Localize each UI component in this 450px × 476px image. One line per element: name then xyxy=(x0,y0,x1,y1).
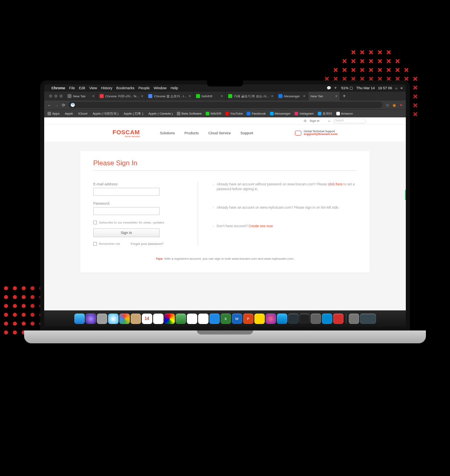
dock-word-icon[interactable]: W xyxy=(232,314,242,324)
bookmark-item[interactable]: Apple ( Canada ) xyxy=(147,112,172,115)
dock-app-icon-3[interactable] xyxy=(333,314,344,324)
remember-checkbox[interactable] xyxy=(93,242,97,246)
bookmark-item[interactable]: Apple xyxy=(63,112,73,115)
chat-icon[interactable]: 💬 xyxy=(327,86,331,90)
tab-2[interactable]: Chrome 웹 스토어 - I…× xyxy=(146,92,194,101)
search-icon: ⌕ xyxy=(328,119,330,123)
nav-solutions[interactable]: Solutions xyxy=(160,131,175,135)
dock-messages-icon[interactable] xyxy=(176,314,186,324)
dock-safari-icon[interactable] xyxy=(108,314,119,324)
bookmark-item[interactable]: Facebook xyxy=(247,112,266,115)
window-controls[interactable] xyxy=(47,92,65,101)
dock-app-icon[interactable] xyxy=(299,314,310,324)
star-icon[interactable]: ☆ xyxy=(386,103,389,107)
tab-1[interactable]: Chrome 커뮤니티 - 'N…× xyxy=(97,92,146,101)
dock-keynote-icon[interactable] xyxy=(209,314,220,324)
address-bar[interactable] xyxy=(68,102,382,108)
dock-minimized-window[interactable] xyxy=(360,314,376,324)
spotlight-icon[interactable]: ⌕ xyxy=(395,86,397,90)
dock-preview-icon[interactable] xyxy=(187,314,197,324)
nav-support[interactable]: Support xyxy=(241,131,254,135)
email-field[interactable] xyxy=(93,188,160,196)
close-icon[interactable]: × xyxy=(303,94,305,98)
dock-numbers-icon[interactable] xyxy=(198,314,209,324)
dock-siri-icon[interactable] xyxy=(86,314,96,324)
bookmark-item[interactable]: Apple ( 대한민국 ) xyxy=(91,111,118,116)
site-top-bar: ◎ Sign in ⌕ Search xyxy=(44,117,406,125)
bookmark-item[interactable]: Messenger xyxy=(270,112,291,115)
email-label: E-mail address: xyxy=(93,182,186,186)
dock-calendar-icon[interactable]: 14 xyxy=(142,314,152,324)
menu-bookmarks[interactable]: Bookmarks xyxy=(116,86,134,90)
wifi-icon[interactable]: ᯤ xyxy=(334,86,338,90)
tab-6[interactable]: New Tab× xyxy=(308,92,340,101)
forgot-password-link[interactable]: Forgot your password? xyxy=(131,242,164,246)
dock-chrome-icon[interactable] xyxy=(119,314,130,324)
password-field[interactable] xyxy=(93,207,160,215)
menu-file[interactable]: File xyxy=(69,86,75,90)
dock-kakaotalk-icon[interactable] xyxy=(254,314,265,324)
reload-button[interactable]: ⟳ xyxy=(62,103,65,107)
brand-logo[interactable]: FOSCAM home security xyxy=(112,129,140,137)
dock-launchpad-icon[interactable] xyxy=(97,314,107,324)
menu-window[interactable]: Window xyxy=(153,86,166,90)
dock-trash-icon[interactable] xyxy=(349,314,359,324)
menu-history[interactable]: History xyxy=(101,86,112,90)
new-tab-button[interactable]: + xyxy=(340,92,348,101)
dock-excel-icon[interactable]: X xyxy=(221,314,231,324)
bookmark-item[interactable]: iCloud xyxy=(77,112,88,115)
tab-4[interactable]: 카페 글쓰기,맥 쓰는 사…× xyxy=(226,92,276,101)
bookmark-item[interactable]: Amazon xyxy=(336,112,353,115)
forward-button[interactable]: → xyxy=(55,103,59,107)
support-email-text: support@foscam.com xyxy=(304,133,338,136)
extension-icon[interactable]: ◉ xyxy=(393,103,396,107)
close-icon[interactable]: × xyxy=(335,94,338,98)
bookmark-item[interactable]: Beta Software xyxy=(177,112,202,115)
newsletter-checkbox[interactable] xyxy=(93,221,97,224)
bookmark-item[interactable]: Instagram xyxy=(295,112,314,115)
menu-edit[interactable]: Edit xyxy=(79,86,86,90)
tab-0[interactable]: New Tab× xyxy=(65,92,97,101)
menubar-time: 19 57 06 xyxy=(378,86,392,90)
menu-list-icon[interactable]: ≡ xyxy=(401,86,403,90)
tab-3[interactable]: NAVER× xyxy=(194,92,226,101)
bookmark-item[interactable]: YouTube xyxy=(225,112,243,115)
menu-help[interactable]: Help xyxy=(170,86,178,90)
close-icon[interactable]: × xyxy=(141,94,143,98)
support-contact[interactable]: Global Technical Support support@foscam.… xyxy=(295,130,338,136)
dock-itunes-icon[interactable] xyxy=(266,314,276,324)
close-icon[interactable]: × xyxy=(92,94,94,98)
site-search-input[interactable]: Search xyxy=(333,119,366,123)
back-button[interactable]: ← xyxy=(47,103,51,107)
dock-powerpoint-icon[interactable]: P xyxy=(243,314,254,324)
dock-steam-icon[interactable] xyxy=(288,314,299,324)
bookmark-item[interactable]: 트위터 xyxy=(318,111,332,116)
close-icon[interactable]: × xyxy=(271,94,273,98)
feedback-tab[interactable] xyxy=(405,190,407,200)
dock-appstore-icon[interactable] xyxy=(277,314,287,324)
dock-finder-icon[interactable] xyxy=(74,314,85,324)
dock-reminders-icon[interactable] xyxy=(153,314,164,324)
dock-photos-icon[interactable] xyxy=(164,314,175,324)
top-signin-link[interactable]: Sign in xyxy=(310,119,319,123)
nav-products[interactable]: Products xyxy=(184,131,199,135)
close-icon[interactable]: × xyxy=(189,94,191,98)
tab-5[interactable]: Messenger× xyxy=(276,92,308,101)
dock-settings-icon[interactable] xyxy=(311,314,321,324)
dock-app-icon-2[interactable] xyxy=(322,314,332,324)
menubar-app-name[interactable]: Chrome xyxy=(51,86,65,90)
signin-button[interactable]: Sign In xyxy=(93,228,160,237)
bookmark-apps[interactable]: Apps xyxy=(47,112,59,115)
menu-people[interactable]: People xyxy=(138,86,149,90)
mail-icon xyxy=(295,131,301,135)
bookmark-item[interactable]: NAVER xyxy=(206,112,221,115)
page-title: Please Sign In xyxy=(93,159,357,171)
create-account-link[interactable]: Create one now. xyxy=(249,224,274,228)
close-icon[interactable]: × xyxy=(221,94,223,98)
nav-cloud-service[interactable]: Cloud Service xyxy=(209,131,231,135)
extension-icon-2[interactable]: ✶ xyxy=(399,103,403,107)
dock-contacts-icon[interactable] xyxy=(131,314,141,324)
bookmark-item[interactable]: Apple ( 日本 ) xyxy=(123,111,143,116)
menu-view[interactable]: View xyxy=(89,86,97,90)
click-here-link[interactable]: click here xyxy=(328,182,343,186)
